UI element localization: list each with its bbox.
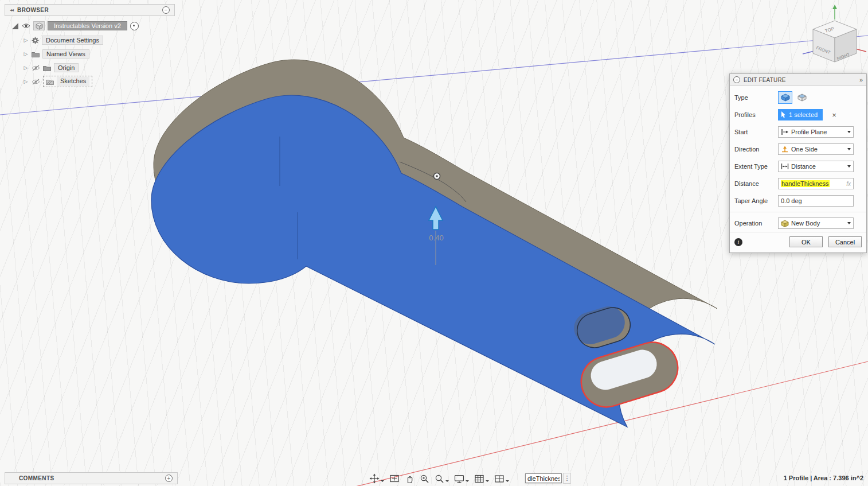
collapse-dialog-icon[interactable]: − [733, 76, 740, 83]
minimize-icon[interactable]: − [162, 6, 170, 14]
caret-down-icon [381, 480, 384, 482]
pan-orbit-button[interactable] [369, 473, 384, 484]
type-label: Type [734, 94, 778, 101]
operation-dropdown[interactable]: New Body [778, 217, 854, 229]
extrude-type-thin-button[interactable] [795, 91, 809, 104]
divider [730, 212, 866, 212]
extent-type-label: Extent Type [734, 163, 778, 170]
active-component-icon [11, 22, 19, 30]
distance-input[interactable]: handleThickness fx [778, 178, 854, 189]
chevron-down-icon [847, 165, 851, 168]
zoom-window-button[interactable] [435, 474, 449, 484]
start-dropdown[interactable]: Profile Plane [778, 126, 854, 138]
gear-icon [32, 37, 39, 44]
start-label: Start [734, 129, 778, 135]
expand-arrow-icon[interactable]: ▷ [23, 51, 29, 57]
start-row: Start Profile Plane [730, 123, 866, 141]
grid-settings-button[interactable] [474, 474, 489, 484]
dialog-title: EDIT FEATURE [744, 77, 856, 83]
collapse-panel-icon[interactable]: ◂◂ [10, 7, 13, 13]
magnifier-icon [435, 474, 444, 484]
pan-button[interactable] [405, 474, 415, 484]
document-settings-label[interactable]: Document Settings [42, 36, 103, 45]
direction-value: One Side [791, 146, 845, 153]
start-value: Profile Plane [791, 129, 845, 135]
viewports-button[interactable] [494, 474, 509, 484]
taper-angle-input[interactable] [778, 195, 854, 207]
visibility-off-icon[interactable] [32, 65, 40, 71]
four-way-arrows-icon [369, 473, 380, 484]
distance-value-box: ⋮ [525, 473, 571, 484]
find-in-window-icon[interactable] [130, 22, 139, 30]
taper-angle-row: Taper Angle [730, 192, 866, 209]
browser-item-root[interactable]: Instructables Version v2 [11, 21, 139, 31]
sketches-label[interactable]: Sketches [57, 77, 89, 86]
direction-dropdown[interactable]: One Side [778, 143, 854, 155]
fit-button[interactable] [389, 474, 400, 483]
type-row: Type [730, 89, 866, 106]
operation-value: New Body [791, 220, 845, 227]
profiles-selected-button[interactable]: 1 selected [778, 109, 823, 120]
dimension-label: 0.40 [429, 234, 443, 242]
distance-label: Distance [734, 180, 778, 187]
profiles-row: Profiles 1 selected × [730, 106, 866, 123]
origin-label[interactable]: Origin [54, 63, 79, 72]
direction-label: Direction [734, 146, 778, 153]
extrude-type-solid-button[interactable] [778, 91, 792, 104]
extent-type-row: Extent Type Distance [730, 158, 866, 175]
distance-expression-input[interactable] [525, 473, 562, 483]
named-views-label[interactable]: Named Views [42, 49, 89, 59]
caret-down-icon [466, 480, 469, 482]
fit-view-icon [389, 474, 400, 483]
browser-item-sketches[interactable]: ▷ Sketches [23, 76, 92, 87]
y-axis-arrow [832, 5, 837, 9]
expand-arrow-icon[interactable]: ▷ [23, 65, 29, 71]
sketches-selection: Sketches [43, 76, 92, 87]
browser-item-named-views[interactable]: ▷ Named Views [23, 49, 89, 59]
new-body-icon [781, 220, 789, 227]
folder-icon [43, 65, 51, 71]
taper-angle-label: Taper Angle [734, 197, 778, 204]
navigation-toolbar [369, 472, 509, 485]
browser-item-document-settings[interactable]: ▷ Document Settings [23, 35, 103, 45]
sketch-folder-icon [46, 79, 54, 85]
thin-extrude-icon [797, 94, 807, 102]
expand-arrow-icon[interactable]: ▷ [23, 79, 29, 84]
extent-type-dropdown[interactable]: Distance [778, 161, 854, 172]
fx-indicator: fx [846, 181, 851, 187]
info-icon[interactable]: i [734, 238, 742, 246]
ok-button[interactable]: OK [789, 236, 823, 247]
distance-extent-icon [781, 163, 789, 170]
operation-label: Operation [734, 220, 778, 227]
chevron-down-icon [847, 222, 851, 224]
visibility-off-icon[interactable] [32, 79, 40, 85]
direction-row: Direction One Side [730, 141, 866, 158]
visibility-eye-icon[interactable] [22, 23, 30, 29]
expand-comments-icon[interactable]: + [165, 475, 173, 482]
hand-icon [405, 474, 415, 484]
profile-plane-icon [781, 129, 789, 135]
chevron-down-icon [847, 131, 851, 133]
edit-feature-dialog: − EDIT FEATURE » Type Profile [729, 73, 867, 253]
dialog-header[interactable]: − EDIT FEATURE » [730, 74, 866, 86]
operation-row: Operation New Body [730, 215, 866, 232]
viewports-icon [494, 474, 505, 484]
caret-down-icon [506, 480, 509, 482]
dock-dialog-icon[interactable]: » [859, 76, 863, 83]
root-component-label[interactable]: Instructables Version v2 [48, 21, 127, 30]
browser-item-origin[interactable]: ▷ Origin [23, 63, 79, 73]
zoom-button[interactable] [420, 474, 429, 484]
expand-arrow-icon[interactable]: ▷ [23, 37, 29, 43]
magnifier-plus-icon [420, 474, 429, 484]
comments-header: COMMENTS + [5, 472, 178, 484]
display-settings-button[interactable] [454, 474, 469, 484]
solid-extrude-icon [781, 94, 790, 102]
viewcube[interactable]: TOP FRONT RIGHT [803, 5, 866, 62]
clear-selection-icon[interactable]: × [832, 111, 836, 119]
distance-row: Distance handleThickness fx [730, 175, 866, 192]
distance-expression: handleThickness [781, 180, 830, 187]
sketch-point-center [436, 175, 438, 177]
cancel-button[interactable]: Cancel [828, 236, 862, 247]
profiles-selected-count: 1 selected [789, 111, 818, 118]
more-options-icon[interactable]: ⋮ [563, 473, 571, 484]
